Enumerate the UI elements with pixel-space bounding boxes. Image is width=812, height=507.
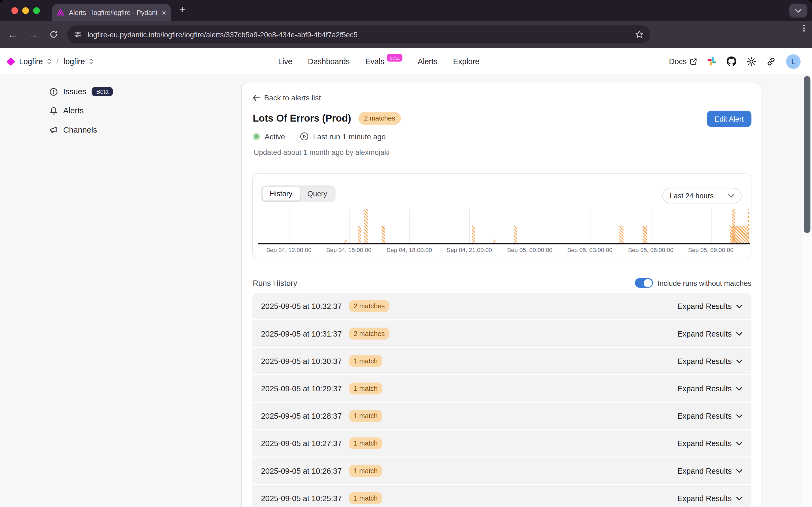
expand-results-button[interactable]: Expand Results bbox=[677, 466, 743, 475]
chart-tick-label: Sep 05, 03:00:00 bbox=[567, 247, 612, 253]
run-row[interactable]: 2025-09-05 at 10:26:37 1 match Expand Re… bbox=[252, 458, 751, 484]
main-nav: Live Dashboards Evals beta Alerts bbox=[278, 48, 480, 74]
run-timestamp: 2025-09-05 at 10:30:37 bbox=[261, 357, 342, 365]
matches-badge: 2 matches bbox=[359, 112, 401, 125]
project-chevron-icon[interactable] bbox=[89, 58, 93, 64]
run-matches-badge: 2 matches bbox=[349, 300, 389, 312]
chart-bar bbox=[382, 226, 385, 243]
minimize-window-button[interactable] bbox=[22, 7, 29, 14]
back-button[interactable]: ← bbox=[8, 29, 18, 40]
expand-results-button[interactable]: Expand Results bbox=[677, 494, 743, 503]
run-row[interactable]: 2025-09-05 at 10:32:37 2 matches Expand … bbox=[252, 293, 751, 320]
browser-menu-button[interactable] bbox=[803, 25, 805, 32]
share-link-icon[interactable] bbox=[766, 57, 776, 66]
expand-results-button[interactable]: Expand Results bbox=[677, 329, 743, 338]
history-chart-card: History Query Last 24 hours bbox=[252, 173, 751, 258]
back-to-alerts-link[interactable]: Back to alerts list bbox=[253, 94, 321, 102]
avatar[interactable]: L bbox=[786, 54, 801, 69]
tab-history[interactable]: History bbox=[262, 186, 300, 201]
expand-results-button[interactable]: Expand Results bbox=[677, 411, 743, 420]
run-row[interactable]: 2025-09-05 at 10:30:37 1 match Expand Re… bbox=[252, 348, 751, 374]
nav-item[interactable]: Dashboards bbox=[308, 57, 350, 66]
browser-window: Alerts · logfire/logfire · Pydant × + ← … bbox=[0, 0, 812, 507]
github-icon[interactable] bbox=[726, 56, 737, 66]
chart-tick-label: Sep 04, 12:00:00 bbox=[266, 247, 312, 253]
slack-icon[interactable] bbox=[707, 57, 716, 66]
nav-item[interactable]: Alerts bbox=[418, 57, 438, 66]
runs-history-heading: Runs History bbox=[253, 279, 297, 287]
include-runs-toggle[interactable] bbox=[635, 278, 653, 288]
run-row[interactable]: 2025-09-05 at 10:29:37 1 match Expand Re… bbox=[252, 375, 751, 401]
expand-results-button[interactable]: Expand Results bbox=[677, 302, 743, 311]
site-settings-icon[interactable] bbox=[74, 31, 82, 38]
time-range-select[interactable]: Last 24 hours bbox=[662, 188, 742, 204]
nav-item[interactable]: Evals beta bbox=[365, 57, 402, 66]
arrow-left-icon bbox=[253, 95, 260, 101]
nav-item[interactable]: Live bbox=[278, 57, 292, 66]
run-timestamp: 2025-09-05 at 10:32:37 bbox=[261, 302, 342, 311]
edit-alert-button[interactable]: Edit Alert bbox=[707, 111, 751, 127]
chevron-down-icon bbox=[736, 359, 743, 363]
bookmark-star-icon[interactable] bbox=[635, 30, 644, 39]
run-timestamp: 2025-09-05 at 10:29:37 bbox=[261, 384, 342, 393]
breadcrumb-separator: / bbox=[56, 57, 59, 66]
run-matches-badge: 1 match bbox=[349, 492, 382, 504]
reload-button[interactable] bbox=[49, 30, 58, 39]
browser-tab[interactable]: Alerts · logfire/logfire · Pydant × bbox=[52, 4, 171, 21]
forward-button[interactable]: → bbox=[29, 29, 38, 40]
expand-results-button[interactable]: Expand Results bbox=[677, 439, 743, 448]
zoom-window-button[interactable] bbox=[33, 7, 40, 14]
chevron-down-icon bbox=[736, 332, 743, 336]
expand-results-button[interactable]: Expand Results bbox=[677, 384, 743, 393]
play-circle-icon bbox=[300, 132, 309, 141]
project-selector[interactable]: logfire bbox=[64, 57, 85, 66]
run-row[interactable]: 2025-09-05 at 10:31:37 2 matches Expand … bbox=[252, 321, 751, 347]
run-row[interactable]: 2025-09-05 at 10:27:37 1 match Expand Re… bbox=[252, 430, 751, 457]
run-timestamp: 2025-09-05 at 10:28:37 bbox=[261, 411, 342, 420]
sidebar-item[interactable]: Alerts bbox=[49, 104, 215, 118]
url-bar[interactable]: logfire-eu.pydantic.info/logfire/logfire… bbox=[67, 25, 651, 43]
matches-chart bbox=[261, 209, 749, 243]
external-link-icon bbox=[690, 58, 697, 65]
run-matches-badge: 1 match bbox=[349, 438, 382, 449]
run-row[interactable]: 2025-09-05 at 10:28:37 1 match Expand Re… bbox=[252, 403, 751, 429]
sidebar-beta-badge: Beta bbox=[92, 87, 113, 96]
run-matches-badge: 1 match bbox=[349, 410, 382, 421]
chart-tick-label: Sep 05, 06:00:00 bbox=[628, 247, 673, 253]
tab-overflow-button[interactable] bbox=[789, 3, 807, 17]
chart-tick-label: Sep 04, 21:00:00 bbox=[446, 247, 492, 253]
tab-title: Alerts · logfire/logfire · Pydant bbox=[69, 9, 157, 16]
run-row[interactable]: 2025-09-05 at 10:25:37 1 match Expand Re… bbox=[252, 485, 751, 507]
header-actions: Docs L bbox=[669, 48, 801, 74]
chevron-down-icon bbox=[736, 304, 743, 308]
sidebar-item[interactable]: Channels bbox=[49, 123, 215, 136]
docs-link[interactable]: Docs bbox=[669, 57, 697, 66]
org-selector[interactable]: Logfire bbox=[19, 57, 43, 66]
chart-bar bbox=[748, 209, 749, 243]
chevron-down-icon bbox=[736, 469, 743, 473]
tab-close-icon[interactable]: × bbox=[162, 9, 166, 16]
chart-bar bbox=[364, 209, 368, 243]
tab-query[interactable]: Query bbox=[300, 186, 335, 201]
page-scrollbar[interactable] bbox=[802, 75, 812, 507]
scrollbar-thumb[interactable] bbox=[804, 76, 810, 233]
active-status-icon bbox=[253, 133, 260, 140]
org-chevron-icon[interactable] bbox=[47, 58, 51, 64]
run-matches-badge: 2 matches bbox=[349, 328, 389, 340]
breadcrumb: Logfire / logfire bbox=[8, 48, 93, 74]
close-window-button[interactable] bbox=[11, 7, 18, 14]
expand-results-button[interactable]: Expand Results bbox=[677, 357, 743, 365]
chevron-down-icon bbox=[736, 496, 743, 500]
new-tab-button[interactable]: + bbox=[179, 3, 185, 16]
sidebar: Issues Beta Alerts Channels bbox=[49, 85, 215, 142]
theme-toggle-sun-icon[interactable] bbox=[747, 57, 756, 66]
chevron-down-icon bbox=[728, 194, 735, 198]
history-query-tabs: History Query bbox=[261, 185, 335, 202]
sidebar-item[interactable]: Issues Beta bbox=[49, 85, 215, 98]
nav-item[interactable]: Explore bbox=[453, 57, 479, 66]
chart-x-axis bbox=[258, 243, 750, 244]
window-controls[interactable] bbox=[11, 7, 40, 14]
tab-strip: Alerts · logfire/logfire · Pydant × + bbox=[0, 0, 812, 21]
chart-bar bbox=[472, 226, 475, 243]
chart-bar bbox=[358, 226, 361, 243]
